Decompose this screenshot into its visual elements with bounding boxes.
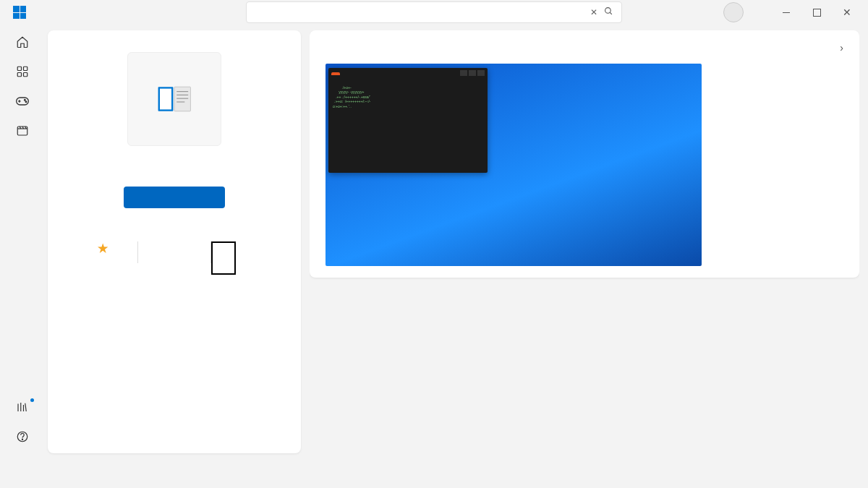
svg-rect-23 [160, 89, 171, 110]
open-button[interactable] [124, 187, 225, 208]
svg-point-21 [22, 439, 22, 440]
user-avatar[interactable] [723, 2, 744, 22]
library-icon [15, 400, 30, 414]
chevron-right-icon[interactable]: › [840, 42, 843, 53]
search-icon[interactable] [601, 7, 616, 18]
sidebar-item-apps[interactable] [2, 64, 43, 81]
svg-line-19 [25, 403, 27, 411]
svg-rect-24 [174, 87, 190, 111]
sidebar-item-library[interactable] [2, 400, 43, 416]
window-controls: ✕ [771, 1, 862, 23]
svg-rect-2 [17, 67, 21, 70]
movies-icon [15, 124, 30, 138]
sidebar-item-help[interactable] [2, 429, 43, 446]
help-icon [15, 429, 30, 444]
product-stats: ★ [65, 241, 284, 275]
screenshots-panel: › ./+o+- yyyyy- -yyyyyy+ .++ .:/++++++/-… [310, 30, 859, 278]
minimize-button[interactable] [771, 1, 801, 23]
svg-point-9 [25, 100, 26, 101]
sidebar-item-home[interactable] [2, 35, 43, 51]
gaming-icon [15, 94, 30, 108]
terminal-ubuntu: ./+o+- yyyyy- -yyyyyy+ .++ .:/++++++/-.+… [328, 68, 488, 173]
nav-sidebar [0, 25, 45, 459]
close-button[interactable]: ✕ [832, 1, 862, 23]
svg-rect-3 [24, 67, 27, 70]
sidebar-item-gaming[interactable] [2, 94, 43, 111]
ratings-count-stat [138, 241, 210, 243]
rating-stat: ★ [65, 241, 137, 257]
clear-search-icon[interactable]: ✕ [587, 7, 601, 17]
screenshot-1[interactable]: ./+o+- yyyyy- -yyyyyy+ .++ .:/++++++/-.+… [326, 64, 702, 266]
product-card: ★ [48, 30, 301, 453]
esrb-rating [211, 241, 284, 275]
svg-point-10 [25, 101, 27, 103]
search-input[interactable] [252, 7, 587, 18]
search-box[interactable]: ✕ [246, 1, 622, 23]
app-title [33, 7, 35, 17]
maximize-button[interactable] [801, 1, 832, 23]
screenshot-carousel[interactable]: ./+o+- yyyyy- -yyyyyy+ .++ .:/++++++/-.+… [326, 64, 843, 266]
svg-point-0 [605, 8, 610, 14]
titlebar: ✕ ✕ [0, 0, 868, 25]
sidebar-item-movies[interactable] [2, 124, 43, 140]
svg-rect-5 [24, 73, 27, 77]
store-logo-icon [13, 6, 26, 19]
svg-rect-4 [17, 73, 21, 77]
star-icon: ★ [98, 241, 108, 255]
svg-line-1 [610, 12, 612, 14]
product-icon [127, 52, 221, 146]
notification-dot-icon [30, 398, 34, 402]
home-icon [15, 35, 30, 49]
apps-icon [15, 64, 30, 79]
